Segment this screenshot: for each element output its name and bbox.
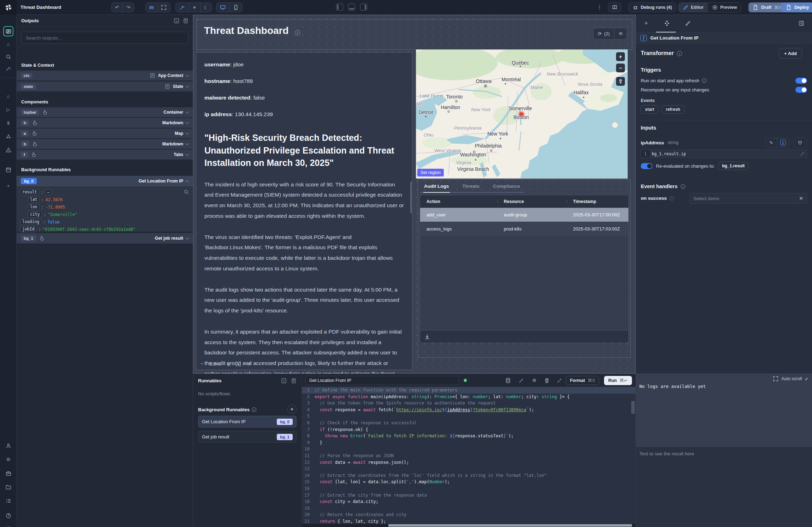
- panel-bottom-icon[interactable]: [348, 4, 355, 11]
- code-line[interactable]: 12 const data = await response.json();: [302, 459, 635, 466]
- reeval-toggle[interactable]: [641, 163, 652, 169]
- redo-button[interactable]: ↷: [123, 3, 134, 12]
- collapse-all-icon[interactable]: [174, 18, 179, 24]
- editor-vscrollbar[interactable]: [631, 401, 635, 414]
- code-line[interactable]: 14 // Extract the coordinates from the '…: [302, 472, 635, 479]
- panel-right-icon[interactable]: [360, 4, 367, 11]
- desktop-view-icon[interactable]: [216, 3, 229, 12]
- code-line[interactable]: 20 // Return the coordinates and city: [302, 511, 635, 518]
- event-chip-start[interactable]: start: [641, 105, 658, 114]
- windmill-logo-icon[interactable]: [0, 0, 17, 15]
- bg0-row[interactable]: bg_0 Get Location From IP: [17, 176, 193, 186]
- draft-button[interactable]: Draft⌘S: [748, 2, 786, 12]
- reset-icon[interactable]: ⟳: [247, 361, 251, 367]
- run-on-start-toggle[interactable]: [795, 78, 807, 84]
- run-button[interactable]: Run⌘↵: [604, 376, 632, 385]
- code-line[interactable]: 11 // Parse the response as JSON: [302, 453, 635, 459]
- json-row-loading[interactable]: loading:false: [20, 218, 189, 226]
- expand-logs-icon[interactable]: [773, 376, 778, 382]
- json-row-jobId[interactable]: jobId:"0199390f-2843-ceac-dc03-cf8b242a1…: [20, 226, 189, 233]
- tab-audit-logs[interactable]: Audit Logs: [423, 181, 450, 192]
- refresh-button[interactable]: ⟳ (2): [593, 28, 614, 39]
- format-button[interactable]: Format⌘S: [566, 376, 599, 385]
- code-line[interactable]: 3 // Use the token from the Ipinfo resou…: [302, 400, 635, 407]
- table-row[interactable]: add_useraudit-group2025-03-30T17:00:00Z: [420, 208, 628, 222]
- code-line[interactable]: 1// Define the main function with the re…: [302, 387, 635, 394]
- schedules-calendar-icon[interactable]: [3, 164, 13, 175]
- trash-icon[interactable]: [544, 378, 550, 383]
- doc-panel-icon[interactable]: [183, 18, 189, 24]
- alerts-icon[interactable]: [3, 145, 13, 155]
- scrollbar-thumb[interactable]: [410, 181, 412, 213]
- markdown-component[interactable]: username: jdoehostname: host789malware d…: [196, 52, 412, 370]
- event-chip-refresh[interactable]: refresh: [662, 105, 685, 114]
- map-zoom-in-button[interactable]: +: [616, 52, 625, 61]
- component-row-h[interactable]: hMarkdown: [17, 118, 193, 128]
- user-icon[interactable]: [3, 441, 13, 451]
- code-editor[interactable]: 1// Define the main function with the re…: [302, 387, 635, 524]
- panel-left-icon[interactable]: [336, 4, 343, 11]
- context-row-state[interactable]: stateState: [17, 82, 193, 91]
- static-pencil-mode-icon[interactable]: ✎: [766, 138, 777, 147]
- expand-editor-icon[interactable]: ⤢: [557, 378, 561, 383]
- ipaddress-expr-input[interactable]: 1 bg_1.result.ip ⤢: [641, 150, 807, 158]
- json-row-lon[interactable]: lon:-71.0995: [20, 203, 189, 211]
- tab-compliance[interactable]: Compliance: [492, 181, 521, 192]
- collapse-panel-icon[interactable]: [281, 378, 287, 384]
- table-row[interactable]: access_logsprod-k8s2025-03-30T17:03:00Z: [420, 222, 628, 236]
- dark-mode-icon[interactable]: ☾: [201, 3, 212, 12]
- deploy-button[interactable]: Deploy: [781, 2, 812, 12]
- tab-editor[interactable]: Editor: [679, 3, 708, 12]
- recompute-toggle[interactable]: [795, 87, 807, 93]
- json-row-result[interactable]: result:−: [20, 188, 189, 196]
- code-line[interactable]: 2export async function main(ipAddress: s…: [302, 394, 635, 400]
- autoscroll-checkbox[interactable]: ✓: [805, 376, 808, 382]
- zoom-out-icon[interactable]: −: [200, 361, 203, 367]
- context-row-ctx[interactable]: ctxApp Context: [17, 71, 193, 80]
- on-success-select[interactable]: Select items✕: [689, 193, 807, 204]
- expand-expr-icon[interactable]: ⤢: [801, 151, 807, 156]
- settings-gear-icon[interactable]: ⚙: [532, 378, 536, 383]
- connect-plug-icon[interactable]: [793, 138, 807, 148]
- settings-gear-icon[interactable]: ⚙: [3, 454, 13, 465]
- code-line[interactable]: 4 const response = await fetch(`https://…: [302, 407, 635, 413]
- magic-wand-icon[interactable]: [176, 3, 189, 12]
- eval-mode-icon[interactable]: f: [777, 138, 789, 147]
- topbar-container-component[interactable]: Threat Dashboard i ⟳ (2) ⟲: [196, 19, 632, 50]
- app-canvas[interactable]: Threat Dashboard i ⟳ (2) ⟲ username: jdo…: [193, 15, 635, 373]
- bg1-row[interactable]: bg_1 Get job result: [17, 233, 193, 244]
- tab-preview[interactable]: Preview: [708, 3, 741, 12]
- code-line[interactable]: 6 // Check if the response is successful: [302, 420, 635, 426]
- search-outputs-input[interactable]: Search outputs...: [21, 32, 189, 44]
- runs-play-icon[interactable]: ▷: [3, 104, 13, 115]
- json-row-city[interactable]: city:"Somerville": [20, 211, 189, 218]
- zoom-in-icon[interactable]: +: [227, 361, 230, 367]
- code-line[interactable]: 5: [302, 413, 635, 420]
- code-line[interactable]: 8 throw new Error(`Failed to fetch IP in…: [302, 433, 635, 439]
- code-line[interactable]: 9 }: [302, 439, 635, 446]
- doc-icon[interactable]: [291, 378, 297, 384]
- insert-plus-tab[interactable]: +: [644, 20, 648, 27]
- variables-dollar-icon[interactable]: $: [3, 118, 13, 128]
- folders-icon[interactable]: [3, 482, 13, 492]
- ai-wand-icon[interactable]: [3, 64, 13, 74]
- resources-hub-icon[interactable]: [3, 131, 13, 142]
- tab-threats[interactable]: Threats: [462, 181, 480, 192]
- map-component[interactable]: QuébecOttawaMontréalNew BrunswickMaineNo…: [416, 49, 628, 179]
- database-icon[interactable]: [505, 378, 511, 383]
- workers-box-icon[interactable]: [3, 468, 13, 478]
- search-icon[interactable]: [184, 189, 189, 195]
- logs-list-icon[interactable]: [3, 496, 13, 506]
- light-mode-icon[interactable]: ☀: [189, 3, 201, 12]
- code-line[interactable]: 17 // Extract the city from the response…: [302, 492, 635, 499]
- component-row-a[interactable]: aMap: [17, 128, 193, 138]
- debug-runs-button[interactable]: Debug runs (4): [628, 2, 676, 12]
- add-transformer-button[interactable]: + Add: [779, 48, 802, 59]
- code-line[interactable]: 13: [302, 466, 635, 472]
- component-row-topbar[interactable]: topbarContainer: [17, 107, 193, 117]
- components-tab-icon[interactable]: [664, 20, 670, 26]
- download-icon[interactable]: [424, 334, 430, 340]
- column-header-resource[interactable]: Resource: [497, 199, 567, 204]
- code-line[interactable]: 15 const [lat, lon] = data.loc.split(','…: [302, 479, 635, 485]
- ai-wand-icon[interactable]: [519, 378, 524, 383]
